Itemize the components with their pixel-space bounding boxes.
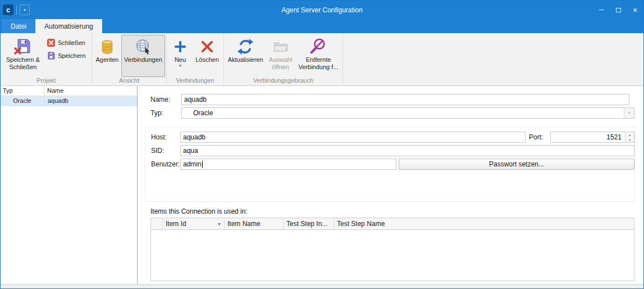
usage-grid-body <box>151 230 634 281</box>
ribbon-empty-space <box>343 33 643 85</box>
verbindungen-view-button[interactable]: Verbindungen <box>121 35 165 77</box>
agenten-button[interactable]: Agenten <box>93 35 121 77</box>
ribbon: Speichern & Schließen Schließen <box>1 33 643 86</box>
title-bar: Agent Server Configuration c ▼ × <box>1 1 643 19</box>
combo-dropdown-button[interactable]: ▼ <box>624 108 634 118</box>
save-icon <box>47 52 55 60</box>
host-input[interactable] <box>180 132 526 143</box>
group-label-ansicht: Ansicht <box>92 77 166 85</box>
schliessen-button[interactable]: Schließen <box>45 37 89 48</box>
folder-icon <box>273 37 289 56</box>
schliessen-label: Schließen <box>58 39 85 46</box>
group-label-verbindungsgebrauch: Verbindungsgebrauch <box>224 77 342 85</box>
usage-header-item-id-label: Item Id <box>166 220 186 228</box>
ribbon-group-verbindungen: Neu ▼ Löschen Verbindungen <box>167 33 224 85</box>
app-window: Agent Server Configuration c ▼ × Datei A… <box>0 0 644 289</box>
loeschen-button[interactable]: Löschen <box>193 35 222 77</box>
port-spinbox: ▲ ▼ <box>550 132 634 143</box>
usage-grid-header: Item Id ▼ Item Name Test Step In... Test… <box>151 218 634 230</box>
minimize-icon <box>599 10 604 10</box>
aktualisieren-button[interactable]: Aktualisieren <box>225 35 266 77</box>
benutzer-label: Benutzer: <box>151 160 180 168</box>
aktualisieren-label: Aktualisieren <box>228 56 263 64</box>
entfernte-verbindung-label: Entfernte Verbindung f... <box>297 56 340 71</box>
sid-row: SID: <box>151 145 634 156</box>
ribbon-group-ansicht: Agenten Verbindungen Ansich <box>92 33 167 85</box>
connection-name-cell: aquadb <box>44 96 137 106</box>
tab-automatisierung[interactable]: Automatisierung <box>35 19 102 33</box>
ribbon-tab-row: Datei Automatisierung <box>1 19 643 33</box>
tab-datei[interactable]: Datei <box>2 19 35 33</box>
plus-icon <box>173 37 188 56</box>
speichern-button[interactable]: Speichern <box>45 50 89 61</box>
neu-button[interactable]: Neu ▼ <box>168 35 193 77</box>
host-row: Host: Port: ▲ ▼ <box>151 132 634 143</box>
save-and-close-label: Speichern & Schließen <box>3 56 43 71</box>
usage-header-item-name[interactable]: Item Name <box>225 218 284 229</box>
benutzer-value: admin <box>183 160 202 168</box>
host-label: Host: <box>151 133 180 141</box>
benutzer-input[interactable]: admin <box>180 159 396 170</box>
usage-header-test-step-in[interactable]: Test Step In... <box>284 218 334 229</box>
text-cursor <box>202 161 203 168</box>
sort-caret-icon: ▼ <box>217 222 221 226</box>
name-row: Name: <box>150 93 634 105</box>
port-input[interactable] <box>550 132 634 143</box>
window-title: Agent Server Configuration <box>1 6 643 14</box>
entfernte-verbindung-button[interactable]: Entfernte Verbindung f... <box>295 35 341 77</box>
benutzer-row: Benutzer: admin Passwort setzen... <box>151 159 634 170</box>
spin-down-button[interactable]: ▼ <box>625 137 634 142</box>
typ-label: Typ: <box>150 109 181 117</box>
auswahl-oeffnen-button: Auswahl öffnen <box>266 35 295 77</box>
close-icon: × <box>633 6 637 14</box>
save-and-close-button[interactable]: Speichern & Schließen <box>2 35 44 77</box>
window-controls: × <box>593 1 643 19</box>
maximize-button[interactable] <box>610 1 627 19</box>
refresh-icon <box>237 37 254 56</box>
usage-header-test-step-name[interactable]: Test Step Name <box>334 218 634 229</box>
close-button[interactable]: × <box>627 1 643 19</box>
usage-title: Items this Connection is used in: <box>150 207 634 216</box>
connection-list-header: Typ Name <box>1 86 137 96</box>
typ-value: Oracle <box>182 109 624 117</box>
port-spinner: ▲ ▼ <box>625 132 634 142</box>
sid-label: SID: <box>151 147 180 155</box>
usage-header-item-id[interactable]: Item Id ▼ <box>163 218 225 229</box>
verbindungen-view-label: Verbindungen <box>124 56 162 64</box>
neu-label: Neu <box>175 56 186 64</box>
connection-list-panel: Typ Name Oracle aquadb <box>1 86 138 284</box>
close-red-icon <box>47 39 55 47</box>
main-area: Typ Name Oracle aquadb Name: Typ: Oracle… <box>1 86 643 284</box>
passwort-setzen-button[interactable]: Passwort setzen... <box>399 159 634 170</box>
usage-grid: Item Id ▼ Item Name Test Step In... Test… <box>150 218 634 281</box>
delete-x-icon <box>200 37 214 56</box>
port-label: Port: <box>526 133 550 141</box>
connection-detail-panel: Name: Typ: Oracle ▼ Host: Port: <box>138 86 643 284</box>
name-label: Name: <box>150 96 181 103</box>
save-close-icon <box>14 37 32 56</box>
auswahl-oeffnen-label: Auswahl öffnen <box>267 56 294 71</box>
status-strip <box>1 284 643 288</box>
projekt-small-buttons: Schließen Speichern <box>44 35 90 77</box>
connection-typ-cell: Oracle <box>1 96 44 106</box>
chevron-down-icon: ▼ <box>628 111 631 115</box>
ribbon-group-projekt: Speichern & Schließen Schließen <box>1 33 92 85</box>
loeschen-label: Löschen <box>195 56 219 64</box>
group-label-verbindungen: Verbindungen <box>167 77 223 85</box>
typ-row: Typ: Oracle ▼ <box>150 107 634 119</box>
column-header-typ[interactable]: Typ <box>1 86 44 96</box>
ribbon-group-verbindungsgebrauch: Aktualisieren Auswahl öffnen <box>224 33 343 85</box>
spin-up-button[interactable]: ▲ <box>625 132 634 137</box>
oracle-settings-group: Host: Port: ▲ ▼ SID: Be <box>145 127 635 202</box>
sid-input[interactable] <box>180 145 634 156</box>
name-input[interactable] <box>181 94 629 105</box>
minimize-button[interactable] <box>593 1 610 19</box>
globe-icon <box>135 37 152 56</box>
neu-dropdown-icon: ▼ <box>179 64 182 67</box>
typ-combobox[interactable]: Oracle ▼ <box>181 107 634 119</box>
connection-list-row[interactable]: Oracle aquadb <box>1 96 137 106</box>
usage-header-indicator <box>151 218 163 229</box>
column-header-name[interactable]: Name <box>44 86 137 96</box>
group-label-projekt: Projekt <box>1 77 92 85</box>
speichern-label: Speichern <box>58 52 86 59</box>
